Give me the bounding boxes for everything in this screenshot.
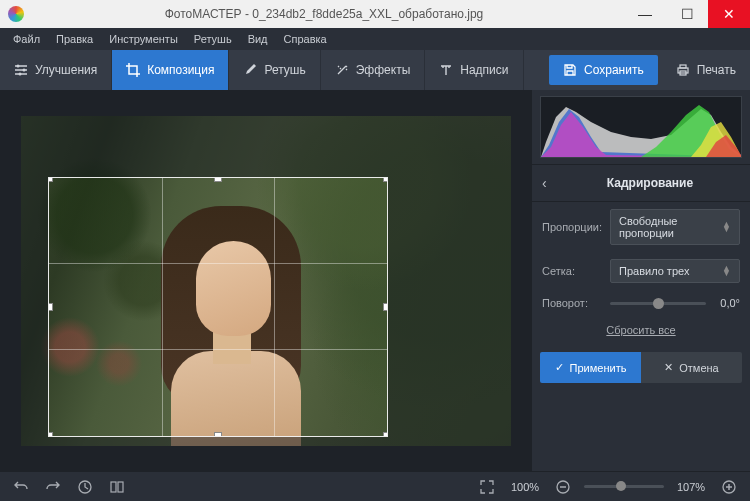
window-title: ФотоМАСТЕР - 0_234db2_f8dde25a_XXL_обраб… <box>24 7 624 21</box>
tab-label: Улучшения <box>35 63 97 77</box>
crop-rectangle[interactable] <box>49 178 387 436</box>
right-sidebar: ‹ Кадрирование Пропорции: Свободные проп… <box>532 90 750 471</box>
svg-rect-7 <box>111 482 116 492</box>
cancel-button[interactable]: ✕ Отмена <box>641 352 742 383</box>
menu-view[interactable]: Вид <box>241 30 275 48</box>
floppy-icon <box>563 63 577 77</box>
grid-line <box>162 178 163 436</box>
compare-button[interactable] <box>106 476 128 498</box>
tab-label: Эффекты <box>356 63 411 77</box>
crop-handle[interactable] <box>214 178 222 182</box>
svg-point-2 <box>19 73 22 76</box>
grid-line <box>274 178 275 436</box>
back-button[interactable]: ‹ <box>542 175 560 191</box>
save-button[interactable]: Сохранить <box>549 55 658 85</box>
rotate-label: Поворот: <box>542 297 602 309</box>
tab-captions[interactable]: Надписи <box>425 50 523 90</box>
grid-dropdown[interactable]: Правило трех ▲▼ <box>610 259 740 283</box>
photo-preview[interactable] <box>21 116 511 446</box>
svg-point-1 <box>23 69 26 72</box>
cancel-label: Отмена <box>679 362 718 374</box>
aspect-label: Пропорции: <box>542 221 602 233</box>
app-icon <box>8 6 24 22</box>
wand-icon <box>335 63 349 77</box>
close-button[interactable]: ✕ <box>708 0 750 28</box>
x-icon: ✕ <box>664 361 673 374</box>
maximize-button[interactable]: ☐ <box>666 0 708 28</box>
menubar: Файл Правка Инструменты Ретушь Вид Справ… <box>0 28 750 50</box>
text-icon <box>439 63 453 77</box>
brush-icon <box>243 63 257 77</box>
crop-handle[interactable] <box>383 432 387 436</box>
tab-label: Композиция <box>147 63 214 77</box>
fit-screen-button[interactable] <box>476 476 498 498</box>
svg-point-0 <box>17 65 20 68</box>
updown-icon: ▲▼ <box>722 222 731 232</box>
svg-rect-4 <box>680 65 686 68</box>
crop-handle[interactable] <box>214 432 222 436</box>
updown-icon: ▲▼ <box>722 266 731 276</box>
menu-retouch[interactable]: Ретушь <box>187 30 239 48</box>
tab-compose[interactable]: Композиция <box>112 50 229 90</box>
svg-rect-8 <box>118 482 123 492</box>
tab-retouch[interactable]: Ретушь <box>229 50 320 90</box>
zoom-out-button[interactable] <box>552 476 574 498</box>
apply-button[interactable]: ✓ Применить <box>540 352 641 383</box>
print-label: Печать <box>697 63 736 77</box>
crop-handle[interactable] <box>383 178 387 182</box>
menu-edit[interactable]: Правка <box>49 30 100 48</box>
canvas-area[interactable] <box>0 90 532 471</box>
tab-label: Ретушь <box>264 63 305 77</box>
crop-handle[interactable] <box>49 178 53 182</box>
tab-label: Надписи <box>460 63 508 77</box>
window-titlebar: ФотоМАСТЕР - 0_234db2_f8dde25a_XXL_обраб… <box>0 0 750 28</box>
grid-line <box>49 263 387 264</box>
aspect-dropdown[interactable]: Свободные пропорции ▲▼ <box>610 209 740 245</box>
slider-thumb[interactable] <box>653 298 664 309</box>
zoom-in-button[interactable] <box>718 476 740 498</box>
apply-label: Применить <box>570 362 627 374</box>
check-icon: ✓ <box>555 361 564 374</box>
zoom-slider[interactable] <box>584 485 664 488</box>
crop-icon <box>126 63 140 77</box>
redo-button[interactable] <box>42 476 64 498</box>
tab-effects[interactable]: Эффекты <box>321 50 426 90</box>
crop-handle[interactable] <box>49 432 53 436</box>
panel-title: Кадрирование <box>560 176 740 190</box>
aspect-value: Свободные пропорции <box>619 215 722 239</box>
menu-tools[interactable]: Инструменты <box>102 30 185 48</box>
rotate-value: 0,0° <box>714 297 740 309</box>
menu-help[interactable]: Справка <box>277 30 334 48</box>
statusbar: 100% 107% <box>0 471 750 501</box>
history-button[interactable] <box>74 476 96 498</box>
slider-thumb[interactable] <box>616 481 626 491</box>
reset-link[interactable]: Сбросить все <box>532 316 750 344</box>
undo-button[interactable] <box>10 476 32 498</box>
print-button[interactable]: Печать <box>662 50 750 90</box>
histogram[interactable] <box>540 96 742 158</box>
printer-icon <box>676 63 690 77</box>
rotate-slider[interactable] <box>610 302 706 305</box>
zoom-fit-value: 100% <box>508 481 542 493</box>
tab-enhance[interactable]: Улучшения <box>0 50 112 90</box>
crop-handle[interactable] <box>49 303 53 311</box>
zoom-value: 107% <box>674 481 708 493</box>
grid-line <box>49 349 387 350</box>
sliders-icon <box>14 63 28 77</box>
save-label: Сохранить <box>584 63 644 77</box>
minimize-button[interactable]: — <box>624 0 666 28</box>
panel-header: ‹ Кадрирование <box>532 164 750 202</box>
main-toolbar: Улучшения Композиция Ретушь Эффекты Надп… <box>0 50 750 90</box>
grid-label: Сетка: <box>542 265 602 277</box>
crop-handle[interactable] <box>383 303 387 311</box>
grid-value: Правило трех <box>619 265 689 277</box>
menu-file[interactable]: Файл <box>6 30 47 48</box>
